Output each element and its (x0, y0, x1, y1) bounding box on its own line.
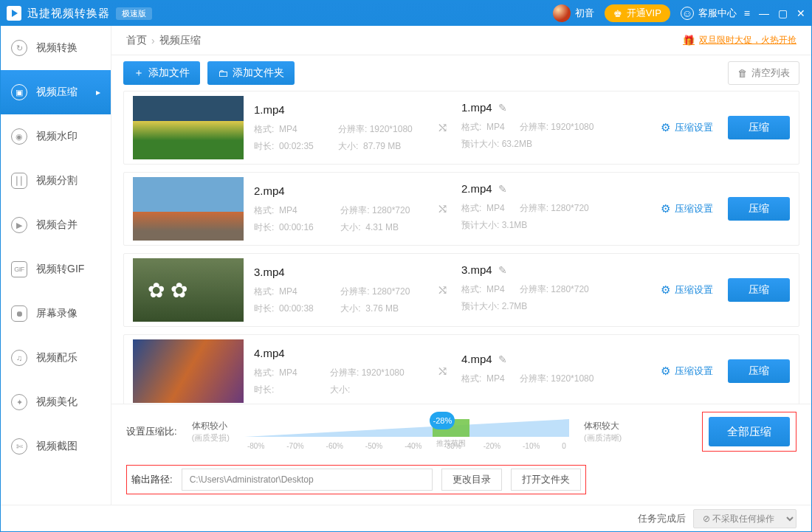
edit-icon[interactable] (498, 263, 507, 276)
video-thumbnail[interactable] (133, 177, 244, 241)
compress-all-button[interactable]: 全部压缩 (709, 417, 790, 446)
plus-icon: ＋ (134, 66, 144, 80)
sidebar-item-label: 视频转GIF (36, 263, 84, 276)
slider-ticks: -80%-70%-60%-50%-40%-30%-20%-10%0 (244, 442, 569, 450)
sidebar-item-0[interactable]: ↻视频转换 (1, 26, 111, 70)
video-thumbnail[interactable] (133, 258, 244, 322)
sidebar-item-label: 视频水印 (36, 130, 78, 143)
sidebar-item-1[interactable]: ▣视频压缩▸ (1, 70, 111, 114)
trash-icon: 🗑 (737, 68, 747, 79)
slider-marker[interactable]: -28% (430, 412, 455, 429)
promo-link[interactable]: 双旦限时大促，火热开抢 (683, 34, 796, 46)
sidebar-item-label: 视频压缩 (36, 86, 78, 99)
compress-settings-link[interactable]: 压缩设置 (661, 365, 713, 378)
sidebar-item-label: 视频转换 (36, 41, 78, 55)
sidebar-item-4[interactable]: ▶视频合并 (1, 203, 111, 247)
sidebar-item-label: 视频美化 (36, 395, 78, 409)
output-info: 4.mp4格式: MP4分辨率: 1920*1080 (461, 353, 624, 390)
titlebar: 迅捷视频转换器 极速版 初音 开通VIP 客服中心 ≡ — ▢ ✕ (1, 1, 811, 26)
sidebar-icon: ◉ (11, 128, 27, 145)
gear-icon (661, 121, 670, 134)
compress-button[interactable]: 压缩 (728, 116, 790, 139)
breadcrumb-home[interactable]: 首页 (126, 34, 147, 47)
after-task-select[interactable]: ⊘ 不采取任何操作 (693, 509, 796, 528)
sidebar-item-label: 视频配乐 (36, 351, 78, 365)
sidebar-item-9[interactable]: ✄视频截图 (1, 424, 111, 469)
output-info: 1.mp4格式: MP4分辨率: 1920*1080预计大小: 63.2MB (461, 101, 624, 155)
output-path-label: 输出路径: (131, 473, 173, 486)
compression-panel: 设置压缩比: 体积较小(画质受损) 推荐范围 -28% -80%-70%-60%… (111, 404, 811, 459)
sidebar-item-2[interactable]: ◉视频水印 (1, 114, 111, 159)
add-file-button[interactable]: ＋ 添加文件 (123, 61, 200, 85)
output-file-name: 2.mp4 (461, 182, 492, 195)
toolbar: ＋ 添加文件 🗀 添加文件夹 🗑 清空列表 (111, 55, 811, 91)
file-name: 1.mp4 (254, 103, 424, 116)
sidebar-icon: ♫ (11, 350, 27, 366)
output-file-name: 1.mp4 (461, 101, 492, 114)
statusbar: 任务完成后 ⊘ 不采取任何操作 (1, 505, 811, 531)
sidebar-item-7[interactable]: ♫视频配乐 (1, 336, 111, 380)
shuffle-icon[interactable]: ⤭ (437, 201, 448, 217)
output-path-input[interactable] (182, 469, 433, 491)
promo-text: 双旦限时大促，火热开抢 (699, 34, 796, 46)
vip-button[interactable]: 开通VIP (605, 4, 670, 22)
change-dir-button[interactable]: 更改目录 (441, 469, 502, 491)
sidebar-item-6[interactable]: ⏺屏幕录像 (1, 291, 111, 336)
compression-slider[interactable]: 推荐范围 -28% -80%-70%-60%-50%-40%-30%-20%-1… (244, 413, 569, 450)
sidebar-item-8[interactable]: ✦视频美化 (1, 380, 111, 424)
clear-list-button[interactable]: 🗑 清空列表 (728, 61, 799, 85)
svg-marker-0 (244, 419, 569, 437)
breadcrumb-current: 视频压缩 (159, 34, 201, 47)
menu-icon[interactable]: ≡ (744, 7, 750, 19)
compress-button[interactable]: 压缩 (728, 278, 790, 302)
minimize-icon[interactable]: — (759, 7, 769, 19)
support-button[interactable]: 客服中心 (681, 7, 737, 20)
edition-badge: 极速版 (116, 7, 152, 20)
user-avatar[interactable] (553, 4, 571, 22)
sidebar: ↻视频转换▣视频压缩▸◉视频水印⎮⎮视频分割▶视频合并GIF视频转GIF⏺屏幕录… (1, 26, 111, 505)
compress-button[interactable]: 压缩 (728, 359, 790, 383)
close-icon[interactable]: ✕ (796, 7, 805, 19)
shuffle-icon[interactable]: ⤭ (437, 282, 448, 298)
sidebar-icon: GIF (11, 261, 27, 277)
gear-icon (661, 365, 670, 378)
gift-icon (683, 35, 695, 46)
sidebar-item-label: 屏幕录像 (36, 307, 78, 320)
shuffle-icon[interactable]: ⤭ (437, 363, 448, 379)
compress-settings-link[interactable]: 压缩设置 (661, 121, 713, 134)
shuffle-icon[interactable]: ⤭ (437, 120, 448, 136)
support-label: 客服中心 (698, 7, 737, 20)
gear-icon (661, 202, 670, 215)
compress-settings-link[interactable]: 压缩设置 (661, 283, 713, 297)
compress-button[interactable]: 压缩 (728, 197, 790, 221)
video-thumbnail[interactable] (133, 339, 244, 403)
user-name[interactable]: 初音 (575, 7, 594, 20)
sidebar-icon: ↻ (11, 40, 27, 56)
maximize-icon[interactable]: ▢ (778, 7, 788, 19)
sidebar-item-3[interactable]: ⎮⎮视频分割 (1, 159, 111, 203)
compress-settings-link[interactable]: 压缩设置 (661, 202, 713, 215)
chat-icon (681, 7, 694, 20)
app-title: 迅捷视频转换器 (27, 7, 110, 21)
sidebar-icon: ⎮⎮ (11, 173, 27, 189)
sidebar-item-label: 视频分割 (36, 174, 78, 187)
output-info: 2.mp4格式: MP4分辨率: 1280*720预计大小: 3.1MB (461, 182, 624, 236)
edit-icon[interactable] (498, 182, 507, 195)
add-folder-button[interactable]: 🗀 添加文件夹 (207, 61, 295, 85)
sidebar-icon: ✦ (11, 394, 27, 410)
chevron-right-icon: › (151, 35, 155, 46)
sidebar-item-label: 视频截图 (36, 440, 78, 453)
sidebar-icon: ⏺ (11, 305, 27, 322)
breadcrumb: 首页 › 视频压缩 双旦限时大促，火热开抢 (111, 26, 811, 55)
source-info: 1.mp4格式: MP4分辨率: 1920*1080时长: 00:02:35大小… (254, 103, 424, 153)
output-file-name: 4.mp4 (461, 353, 492, 365)
table-row: 4.mp4格式: MP4分辨率: 1920*1080时长: 大小: ⤭4.mp4… (123, 334, 799, 404)
file-list: 1.mp4格式: MP4分辨率: 1920*1080时长: 00:02:35大小… (111, 91, 811, 404)
sidebar-item-label: 视频合并 (36, 218, 78, 232)
open-folder-button[interactable]: 打开文件夹 (511, 469, 581, 491)
edit-icon[interactable] (498, 353, 507, 365)
video-thumbnail[interactable] (133, 96, 244, 159)
sidebar-item-5[interactable]: GIF视频转GIF (1, 247, 111, 291)
edit-icon[interactable] (498, 101, 507, 114)
table-row: 1.mp4格式: MP4分辨率: 1920*1080时长: 00:02:35大小… (123, 91, 799, 165)
